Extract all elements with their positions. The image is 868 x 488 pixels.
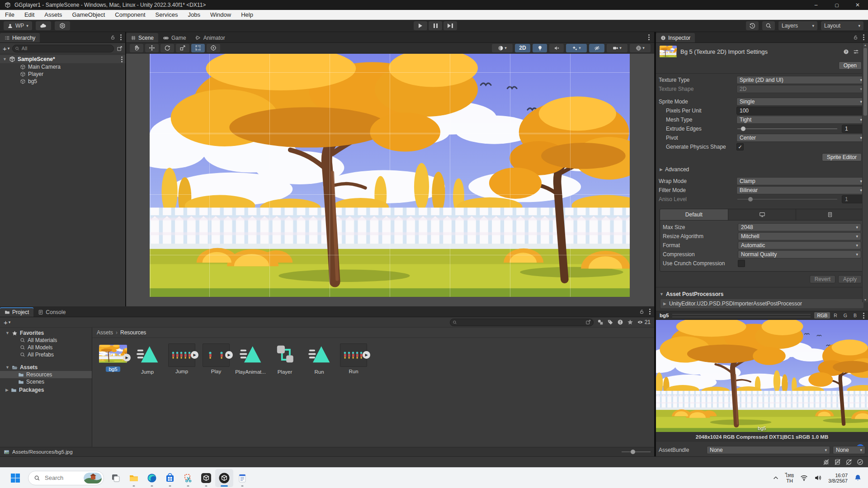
lock-icon[interactable] — [110, 34, 116, 40]
assetbundle-variant-dropdown[interactable]: None▾ — [833, 446, 865, 454]
scroll-down-arrow[interactable]: ▼ — [863, 298, 868, 302]
assetbundle-dropdown[interactable]: None▾ — [707, 446, 830, 454]
wifi-icon[interactable] — [800, 474, 808, 482]
hand-tool-button[interactable] — [130, 44, 143, 52]
debugger-detached-icon[interactable] — [823, 459, 830, 465]
asset-item-playanimation[interactable]: PlayAnimat... — [234, 342, 267, 375]
layout-dropdown[interactable]: Layout▾ — [821, 21, 863, 30]
folder-resources[interactable]: Resources — [0, 371, 92, 378]
menu-window[interactable]: Window — [205, 10, 236, 20]
favorite-all-prefabs[interactable]: All Prefabs — [0, 351, 92, 358]
folder-scenes[interactable]: Scenes — [0, 378, 92, 385]
slider-knob[interactable] — [631, 450, 635, 454]
2d-toggle-button[interactable]: 2D — [515, 44, 530, 52]
platform-tab-server[interactable] — [796, 209, 864, 220]
maximize-button[interactable]: ▢ — [826, 0, 847, 10]
kebab-menu-icon[interactable] — [648, 37, 650, 38]
preview-drag-handle[interactable] — [672, 314, 811, 317]
cache-server-disconnected-icon[interactable] — [834, 459, 841, 465]
resize-algorithm-dropdown[interactable]: Mitchell▾ — [738, 232, 861, 240]
open-button[interactable]: Open — [839, 61, 862, 70]
kebab-menu-icon[interactable] — [120, 37, 122, 38]
breadcrumb-resources[interactable]: Resources — [120, 329, 146, 336]
compression-dropdown[interactable]: Normal Quality▾ — [738, 250, 861, 258]
search-by-label-icon[interactable] — [607, 319, 613, 325]
scene-lighting-button[interactable] — [533, 44, 547, 52]
scene-effects-dropdown[interactable]: ▾ — [566, 44, 587, 52]
gizmos-dropdown[interactable]: ▾ — [630, 44, 651, 52]
language-indicator[interactable]: ไทยTH — [785, 473, 794, 483]
rect-tool-button[interactable] — [191, 44, 205, 52]
platform-tab-default[interactable]: Default — [660, 209, 728, 220]
expand-search-icon[interactable] — [585, 319, 591, 325]
menu-gameobject[interactable]: GameObject — [67, 10, 110, 20]
format-dropdown[interactable]: Automatic▾ — [738, 241, 861, 249]
pivot-dropdown[interactable]: Center▾ — [736, 134, 865, 142]
account-dropdown[interactable]: WP▾ — [4, 21, 32, 30]
tab-scene[interactable]: Scene — [126, 33, 158, 42]
start-button[interactable] — [6, 469, 24, 487]
create-button[interactable]: +▾ — [4, 319, 10, 326]
menu-edit[interactable]: Edit — [19, 10, 39, 20]
pixels-per-unit-input[interactable] — [736, 107, 865, 115]
favorite-all-models[interactable]: All Models — [0, 344, 92, 351]
minimize-button[interactable]: – — [806, 0, 826, 10]
asset-postprocessors-foldout[interactable]: ▼Asset PostProcessors — [656, 289, 868, 299]
platform-tab-standalone[interactable] — [728, 209, 796, 220]
preview-header[interactable]: bg5 RGB R G B — [656, 311, 868, 320]
sprite-editor-button[interactable]: Sprite Editor — [822, 153, 862, 161]
scroll-up-arrow[interactable]: ▲ — [863, 43, 868, 47]
foldout-arrow-icon[interactable]: ▼ — [3, 57, 7, 61]
hierarchy-item-bg5[interactable]: bg5 — [0, 78, 125, 85]
play-badge-icon[interactable]: ▶ — [225, 351, 233, 359]
tab-animator[interactable]: Animator — [191, 33, 230, 42]
scene-header-row[interactable]: ▼ SampleScene* — [0, 55, 125, 63]
close-button[interactable]: ✕ — [847, 0, 868, 10]
thumbnail-size-slider[interactable] — [622, 451, 651, 452]
tab-project[interactable]: Project — [0, 307, 33, 317]
notepad-button[interactable] — [233, 469, 251, 487]
inspector-scrollbar[interactable]: ▲ ▼ — [862, 43, 868, 302]
rotate-tool-button[interactable] — [160, 44, 174, 52]
hierarchy-item-main-camera[interactable]: Main Camera — [0, 63, 125, 70]
play-badge-icon[interactable]: ▶ — [191, 351, 198, 359]
mesh-type-dropdown[interactable]: Tight▾ — [736, 116, 865, 124]
taskbar-search-input[interactable] — [44, 474, 80, 482]
texture-type-dropdown[interactable]: Sprite (2D and UI)▾ — [736, 76, 865, 84]
kebab-menu-icon[interactable] — [863, 315, 864, 316]
help-icon[interactable] — [843, 49, 849, 55]
hidden-packages-count[interactable]: 21 — [637, 319, 651, 325]
hierarchy-item-player[interactable]: Player — [0, 70, 125, 78]
favorites-foldout[interactable]: ▼ Favorites — [0, 329, 92, 337]
scene-camera-dropdown[interactable]: ▾ — [607, 44, 627, 52]
search-highlight-image[interactable] — [84, 473, 102, 483]
scale-tool-button[interactable] — [176, 44, 189, 52]
kebab-menu-icon[interactable] — [863, 37, 864, 38]
play-badge-icon[interactable]: ▶ — [123, 354, 131, 361]
unity-hub-button[interactable] — [55, 21, 70, 30]
filter-mode-dropdown[interactable]: Bilinear▾ — [736, 186, 865, 194]
lock-icon[interactable] — [853, 34, 859, 40]
tab-game[interactable]: Game — [158, 33, 191, 42]
menu-services[interactable]: Services — [151, 10, 183, 20]
packages-foldout[interactable]: ▶ Packages — [0, 386, 92, 394]
postprocessor-row[interactable]: ▶UnityEditor.U2D.PSD.PSDImporterAssetPos… — [660, 299, 863, 308]
tab-hierarchy[interactable]: Hierarchy — [0, 33, 40, 42]
step-button[interactable] — [443, 21, 457, 30]
breadcrumb-assets[interactable]: Assets — [97, 329, 113, 336]
presets-icon[interactable] — [853, 49, 859, 55]
channel-rgb-button[interactable]: RGB — [814, 312, 830, 319]
undo-history-button[interactable] — [746, 21, 759, 30]
scene-kebab-icon[interactable] — [121, 59, 123, 60]
scene-viewport[interactable] — [126, 54, 654, 306]
search-by-type-icon[interactable] — [597, 319, 604, 325]
channel-g-button[interactable]: G — [841, 312, 850, 319]
play-button[interactable] — [414, 21, 427, 30]
auto-refresh-disabled-icon[interactable] — [845, 459, 852, 465]
generate-physics-shape-checkbox[interactable]: ✓ — [736, 143, 744, 150]
menu-assets[interactable]: Assets — [39, 10, 67, 20]
menu-jobs[interactable]: Jobs — [183, 10, 205, 20]
notification-bell-icon[interactable] — [854, 474, 862, 482]
scrollbar-thumb[interactable] — [863, 48, 867, 116]
asset-item-player-controller[interactable]: Player — [269, 342, 301, 375]
